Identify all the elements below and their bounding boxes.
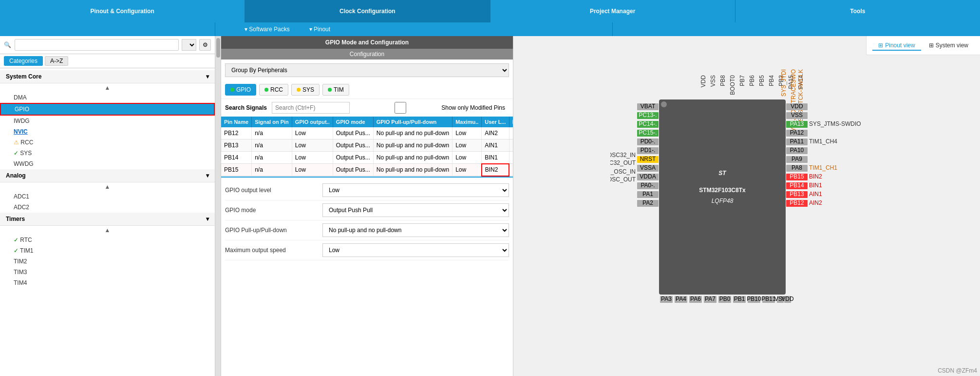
sidebar-item-adc2[interactable]: ADC2 bbox=[0, 202, 215, 213]
user-label-cell[interactable]: AIN2 bbox=[482, 127, 509, 139]
th-gpio-output[interactable]: GPIO output.. bbox=[292, 117, 333, 127]
pull-up-down-cell: No pull-up and no pull-down bbox=[373, 152, 452, 164]
software-packs-nav[interactable]: ▾ Software Packs bbox=[245, 26, 290, 33]
tab-project-manager[interactable]: Project Manager bbox=[490, 0, 735, 22]
table-row[interactable]: PB12 n/a Low Output Pus... No pull-up an… bbox=[221, 127, 513, 139]
svg-text:PA4: PA4 bbox=[676, 296, 686, 302]
svg-text:VSS: VSS bbox=[710, 75, 716, 87]
th-modified[interactable]: Modifi... bbox=[509, 117, 513, 127]
sidebar-item-adc1[interactable]: ADC1 bbox=[0, 191, 215, 202]
scroll-up-arrow-3[interactable]: ▲ bbox=[0, 226, 215, 235]
filter-tab-gpio[interactable]: GPIO bbox=[225, 84, 256, 96]
svg-text:PA7: PA7 bbox=[705, 296, 716, 302]
svg-text:VSS: VSS bbox=[791, 112, 803, 119]
config-form: GPIO output level Low GPIO mode Output P… bbox=[221, 177, 513, 263]
th-max-speed[interactable]: Maximu.. bbox=[452, 117, 482, 127]
pull-up-down-cell: No pull-up and no pull-down bbox=[373, 127, 452, 139]
svg-text:PD1-.: PD1-. bbox=[641, 147, 656, 154]
sidebar-item-tim4[interactable]: TIM4 bbox=[0, 277, 215, 288]
filter-tab-sys[interactable]: SYS bbox=[291, 84, 320, 96]
tab-tools[interactable]: Tools bbox=[735, 0, 980, 22]
group-by-select[interactable]: Group By Peripherals bbox=[225, 63, 509, 77]
sidebar-item-rtc[interactable]: ✓ RTC bbox=[0, 235, 215, 245]
gpio-mode-row: GPIO mode Output Push Pull bbox=[225, 200, 509, 220]
gpio-pull-up-down-select[interactable]: No pull-up and no pull-down bbox=[322, 223, 509, 237]
sidebar-item-sys[interactable]: ✓ SYS bbox=[0, 148, 215, 158]
gpio-output-level-select[interactable]: Low bbox=[322, 183, 509, 197]
tab-pinout-config[interactable]: Pinout & Configuration bbox=[0, 0, 245, 22]
svg-text:RCC_OSC_OUT: RCC_OSC_OUT bbox=[610, 176, 636, 183]
th-user-label[interactable]: User L... bbox=[482, 117, 509, 127]
ic-diagram: VDD VSS PB8 BOOT0 PB7 PB6 PB5 PB4 PB3 PA… bbox=[610, 60, 883, 376]
system-view-button[interactable]: ⊞ System view bbox=[923, 40, 974, 51]
svg-text:TIM1_CH4: TIM1_CH4 bbox=[809, 138, 837, 145]
pinout-view-button[interactable]: ⊞ Pinout view bbox=[872, 40, 921, 51]
category-timers[interactable]: Timers ▾ bbox=[0, 213, 215, 226]
sidebar-scrollbar[interactable] bbox=[216, 38, 220, 58]
gpio-mode-select[interactable]: Output Push Pull bbox=[322, 203, 509, 217]
show-modified-checkbox[interactable] bbox=[361, 102, 439, 114]
chip-body bbox=[659, 99, 786, 295]
gpio-output-cell: Low bbox=[292, 152, 333, 164]
sidebar-item-tim2[interactable]: TIM2 bbox=[0, 256, 215, 267]
filter-tab-rcc[interactable]: RCC bbox=[259, 84, 288, 96]
sidebar-item-wwdg[interactable]: WWDG bbox=[0, 158, 215, 169]
gpio-pull-up-down-row: GPIO Pull-up/Pull-down No pull-up and no… bbox=[225, 220, 509, 240]
tab-az[interactable]: A->Z bbox=[45, 56, 68, 66]
pull-up-down-cell: No pull-up and no pull-down bbox=[373, 139, 452, 152]
th-pull-up-down[interactable]: GPIO Pull-up/Pull-down bbox=[373, 117, 452, 127]
svg-text:PA11: PA11 bbox=[790, 138, 804, 145]
th-gpio-mode[interactable]: GPIO mode bbox=[333, 117, 373, 127]
config-header: Configuration bbox=[221, 49, 513, 59]
svg-text:PB13: PB13 bbox=[790, 191, 804, 198]
settings-gear-button[interactable]: ⚙ bbox=[199, 39, 211, 51]
user-label-cell[interactable]: BIN1 bbox=[482, 152, 509, 164]
svg-text:VDD: VDD bbox=[781, 296, 794, 302]
gpio-output-level-label: GPIO output level bbox=[225, 187, 322, 194]
system-view-icon: ⊞ bbox=[929, 42, 934, 49]
svg-text:PB15: PB15 bbox=[790, 173, 804, 180]
svg-text:PA13: PA13 bbox=[790, 120, 804, 127]
sidebar-item-dma[interactable]: DMA bbox=[0, 92, 215, 103]
tab-categories[interactable]: Categories bbox=[4, 56, 43, 66]
svg-text:PC13-.: PC13-. bbox=[639, 112, 657, 119]
search-dropdown[interactable] bbox=[182, 39, 196, 51]
category-analog[interactable]: Analog ▾ bbox=[0, 169, 215, 182]
svg-text:PA2: PA2 bbox=[642, 199, 653, 206]
svg-text:PA10: PA10 bbox=[790, 147, 804, 154]
table-row[interactable]: PB14 n/a Low Output Pus... No pull-up an… bbox=[221, 152, 513, 164]
signal-cell: n/a bbox=[252, 152, 292, 164]
tab-clock-config[interactable]: Clock Configuration bbox=[245, 0, 490, 22]
search-icon[interactable]: 🔍 bbox=[4, 41, 12, 48]
svg-text:PB10: PB10 bbox=[747, 296, 761, 302]
rcc-dot bbox=[264, 88, 268, 92]
sidebar-item-tim1[interactable]: ✓ TIM1 bbox=[0, 245, 215, 256]
scroll-up-arrow[interactable]: ▲ bbox=[0, 83, 215, 92]
search-signals-area: Search Signals Show only Modified Pins bbox=[221, 99, 513, 117]
sidebar-item-rcc[interactable]: ⚠ RCC bbox=[0, 137, 215, 148]
pinout-nav[interactable]: ▾ Pinout bbox=[309, 26, 330, 33]
svg-text:PB4: PB4 bbox=[768, 75, 775, 86]
th-pin-name[interactable]: Pin Name bbox=[221, 117, 252, 127]
table-row[interactable]: PB15 n/a Low Output Pus... No pull-up an… bbox=[221, 164, 513, 176]
sidebar-item-tim3[interactable]: TIM3 bbox=[0, 267, 215, 277]
search-input[interactable] bbox=[15, 39, 179, 51]
signal-search-input[interactable] bbox=[272, 102, 350, 114]
filter-tab-tim[interactable]: TIM bbox=[322, 84, 349, 96]
user-label-cell[interactable]: BIN2 bbox=[482, 164, 509, 176]
watermark: CSDN @ZFm4 bbox=[938, 367, 977, 374]
th-signal[interactable]: Signal on Pin bbox=[252, 117, 292, 127]
sidebar-item-gpio[interactable]: GPIO bbox=[0, 103, 215, 116]
category-system-core[interactable]: System Core ▾ bbox=[0, 70, 215, 83]
signal-cell: n/a bbox=[252, 164, 292, 176]
sidebar-body: System Core ▾ ▲ DMA GPIO IWDG NVIC ⚠ RCC… bbox=[0, 68, 215, 376]
scroll-up-arrow-2[interactable]: ▲ bbox=[0, 182, 215, 191]
table-row[interactable]: PB13 n/a Low Output Pus... No pull-up an… bbox=[221, 139, 513, 152]
right-panel: ⊞ Pinout view ⊞ System view VDD VSS PB8 … bbox=[513, 36, 980, 376]
user-label-cell[interactable]: AIN1 bbox=[482, 139, 509, 152]
svg-text:BIN1: BIN1 bbox=[809, 182, 822, 189]
max-output-speed-select[interactable]: Low bbox=[322, 243, 509, 257]
svg-text:PB7: PB7 bbox=[739, 75, 746, 86]
sidebar-item-iwdg[interactable]: IWDG bbox=[0, 116, 215, 126]
sidebar-item-nvic[interactable]: NVIC bbox=[0, 126, 215, 137]
